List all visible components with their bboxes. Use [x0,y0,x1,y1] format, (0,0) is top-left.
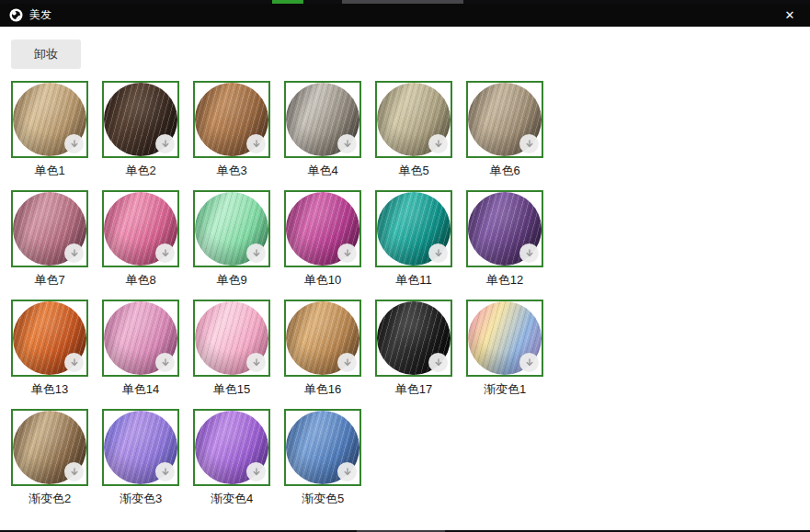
hair-swatch[interactable] [375,81,452,158]
hair-color-card[interactable]: 渐变色5 [284,409,361,507]
dialog-titlebar[interactable]: 美发 ✕ [0,4,810,27]
hair-color-label: 单色10 [284,272,361,289]
hair-color-card[interactable]: 单色6 [466,81,543,179]
hair-color-label: 单色14 [102,381,179,398]
hair-swatch[interactable] [466,190,543,267]
hair-swatch[interactable] [193,190,270,267]
dialog-body: 卸妆 单色1 单色2 [0,27,810,530]
hair-color-card[interactable]: 单色14 [102,300,179,398]
download-icon[interactable] [155,353,175,372]
hair-color-card[interactable]: 单色2 [102,81,179,179]
hair-color-label: 单色6 [466,163,543,179]
hair-swatch[interactable] [11,409,88,486]
hair-swatch[interactable] [193,409,270,486]
hair-color-card[interactable]: 单色15 [193,300,270,398]
hair-swatch[interactable] [466,81,543,158]
hair-color-label: 单色15 [193,381,270,398]
hair-swatch[interactable] [284,409,361,486]
download-icon[interactable] [64,243,84,263]
hair-color-card[interactable]: 单色17 [375,300,452,398]
hair-color-card[interactable]: 单色12 [466,190,543,289]
hair-color-label: 渐变色3 [102,491,179,507]
hair-swatch[interactable] [102,409,179,486]
download-icon[interactable] [337,243,357,263]
hair-color-card[interactable]: 单色4 [284,81,361,179]
hair-swatch[interactable] [11,300,88,377]
download-icon[interactable] [64,353,84,372]
download-icon[interactable] [337,353,357,372]
download-icon[interactable] [246,134,266,153]
hair-color-label: 单色8 [102,272,179,289]
hair-color-card[interactable]: 单色16 [284,300,361,398]
close-icon[interactable]: ✕ [779,4,801,27]
download-icon[interactable] [428,353,448,372]
hair-color-label: 单色7 [11,272,88,289]
hair-color-grid: 单色1 单色2 单色3 [11,81,799,507]
hair-color-card[interactable]: 单色3 [193,81,270,179]
download-icon[interactable] [337,462,357,481]
hair-color-label: 渐变色1 [466,381,543,398]
hair-color-label: 单色1 [11,163,88,179]
hair-color-card[interactable]: 单色8 [102,190,179,289]
hair-swatch[interactable] [11,81,88,158]
hair-swatch[interactable] [375,300,452,377]
download-icon[interactable] [155,134,175,153]
hair-color-label: 单色17 [375,381,452,398]
hair-color-card[interactable]: 渐变色2 [11,409,88,507]
download-icon[interactable] [428,243,448,263]
download-icon[interactable] [246,243,266,263]
hair-color-card[interactable]: 渐变色4 [193,409,270,507]
hair-color-label: 渐变色5 [284,491,361,507]
download-icon[interactable] [519,353,539,372]
hair-color-card[interactable]: 单色13 [11,300,88,398]
hair-color-label: 单色13 [11,381,88,398]
hair-color-label: 单色5 [375,163,452,179]
download-icon[interactable] [155,462,175,481]
hair-swatch[interactable] [284,81,361,158]
download-icon[interactable] [428,134,448,153]
hair-color-card[interactable]: 渐变色1 [466,300,543,398]
remove-makeup-button[interactable]: 卸妆 [11,40,81,69]
download-icon[interactable] [64,462,84,481]
hair-color-label: 单色2 [102,163,179,179]
hair-swatch[interactable] [193,81,270,158]
hair-swatch[interactable] [102,300,179,377]
hair-swatch[interactable] [102,190,179,267]
hair-swatch[interactable] [284,190,361,267]
hair-color-card[interactable]: 单色9 [193,190,270,289]
hair-swatch[interactable] [102,81,179,158]
hair-color-label: 单色16 [284,381,361,398]
download-icon[interactable] [519,243,539,263]
hair-color-label: 渐变色2 [11,491,88,507]
hair-swatch[interactable] [284,300,361,377]
dialog-title: 美发 [29,7,51,23]
download-icon[interactable] [64,134,84,153]
hair-style-dialog: 美发 ✕ 卸妆 单色1 单色2 [0,4,810,530]
download-icon[interactable] [519,134,539,153]
hair-color-label: 单色9 [193,272,270,289]
hair-color-card[interactable]: 单色11 [375,190,452,289]
hair-color-label: 单色11 [375,272,452,289]
hair-color-card[interactable]: 单色5 [375,81,452,179]
hair-color-card[interactable]: 渐变色3 [102,409,179,507]
hair-color-label: 单色3 [193,163,270,179]
hair-swatch[interactable] [193,300,270,377]
hair-color-label: 单色12 [466,272,543,289]
hair-color-card[interactable]: 单色1 [11,81,88,179]
download-icon[interactable] [246,462,266,481]
hair-swatch[interactable] [11,190,88,267]
hair-swatch[interactable] [375,190,452,267]
hair-swatch[interactable] [466,300,543,377]
hair-color-card[interactable]: 单色7 [11,190,88,289]
hair-color-label: 单色4 [284,163,361,179]
obs-logo-icon [9,8,23,22]
download-icon[interactable] [246,353,266,372]
hair-color-card[interactable]: 单色10 [284,190,361,289]
download-icon[interactable] [337,134,357,153]
download-icon[interactable] [155,243,175,263]
hair-color-label: 渐变色4 [193,491,270,507]
